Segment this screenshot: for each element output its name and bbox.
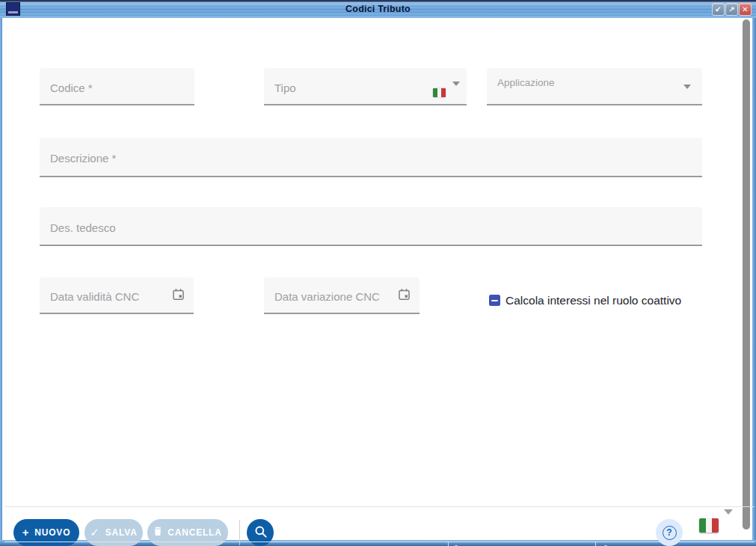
window-border-right <box>752 18 756 546</box>
maximize-icon: ↗ <box>728 6 734 13</box>
salva-button-label: SALVA <box>105 527 138 538</box>
calcola-interessi-checkbox[interactable] <box>489 295 500 306</box>
calendar-icon[interactable] <box>172 288 185 304</box>
trash-icon <box>153 526 162 538</box>
des-tedesco-placeholder: Des. tedesco <box>50 221 116 234</box>
restore-icon: ↙ <box>715 6 721 13</box>
applicazione-select[interactable]: Applicazione <box>487 68 702 105</box>
applicazione-placeholder: Applicazione <box>497 77 555 88</box>
check-icon: ✓ <box>90 527 99 538</box>
restore-window-button[interactable]: ↙ <box>712 3 725 16</box>
bottom-cell-divider <box>595 542 596 546</box>
tipo-select[interactable]: Tipo <box>264 68 467 105</box>
cancella-button-label: CANCELLA <box>168 527 221 538</box>
data-validita-cnc-field[interactable]: Data validità CNC <box>40 277 194 314</box>
window-title: Codici Tributo <box>0 4 756 14</box>
search-icon <box>253 524 268 541</box>
bottom-cell-divider <box>448 542 449 546</box>
data-validita-placeholder: Data validità CNC <box>50 290 139 303</box>
close-window-button[interactable]: ✕ <box>739 3 752 16</box>
data-variazione-cnc-field[interactable]: Data variazione CNC <box>264 277 420 314</box>
descrizione-placeholder: Descrizione * <box>50 152 116 165</box>
codici-tributo-window: Codici Tributo ↙ ↗ ✕ Codice * Tipo Appli… <box>0 0 756 546</box>
form-content: Codice * Tipo Applicazione Descrizione *… <box>2 18 752 540</box>
caret-down-icon <box>452 82 460 86</box>
data-variazione-placeholder: Data variazione CNC <box>274 290 380 303</box>
language-flag-it-icon[interactable] <box>699 518 719 533</box>
flag-it-icon <box>433 88 446 97</box>
des-tedesco-field[interactable]: Des. tedesco <box>40 207 702 246</box>
plus-icon: + <box>22 527 30 538</box>
help-icon: ? <box>663 526 677 540</box>
caret-down-icon <box>683 85 691 89</box>
descrizione-field[interactable]: Descrizione * <box>40 138 702 177</box>
calendar-icon[interactable] <box>398 288 411 304</box>
vertical-scrollbar[interactable] <box>743 19 750 530</box>
nuovo-button-label: NUOVO <box>34 527 70 538</box>
footer-separator <box>4 506 755 507</box>
calcola-interessi-label: Calcola interessi nel ruolo coattivo <box>505 294 681 307</box>
bottom-strip-separator <box>4 542 755 542</box>
close-icon: ✕ <box>742 6 748 13</box>
maximize-window-button[interactable]: ↗ <box>725 3 738 16</box>
codice-placeholder: Codice * <box>50 82 93 94</box>
titlebar: Codici Tributo ↙ ↗ ✕ <box>0 0 756 18</box>
tipo-placeholder: Tipo <box>274 82 296 94</box>
caret-down-icon[interactable] <box>724 509 733 515</box>
codice-field[interactable]: Codice * <box>40 68 194 105</box>
